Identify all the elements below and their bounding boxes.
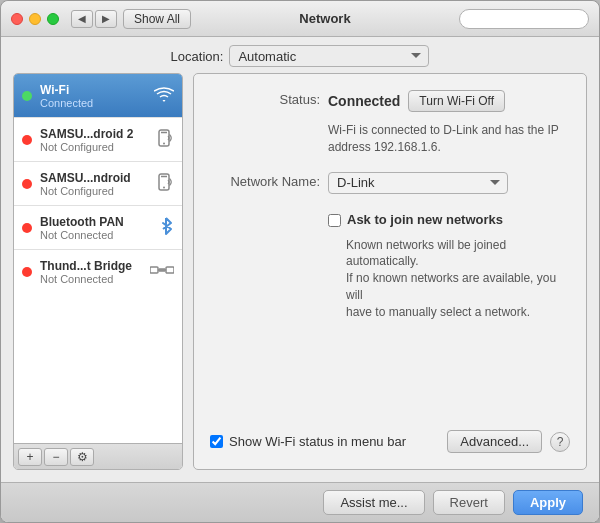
svg-rect-6 [150, 267, 158, 273]
status-dot-wifi [22, 91, 32, 101]
phone-icon-1 [154, 128, 174, 152]
status-row: Status: Connected Turn Wi-Fi Off [210, 90, 570, 112]
ask-join-row: Ask to join new networks [328, 212, 570, 227]
search-container: 🔍 [459, 9, 589, 29]
show-wifi-label: Show Wi-Fi status in menu bar [229, 434, 406, 449]
turn-wifi-button[interactable]: Turn Wi-Fi Off [408, 90, 505, 112]
sidebar-item-samsuandroid[interactable]: SAMSU...ndroid Not Configured [14, 162, 182, 206]
bridge-icon [150, 262, 174, 282]
status-dot-thunderbolt [22, 267, 32, 277]
network-name-row: Network Name: D-Link Other... [210, 172, 570, 194]
status-dot-bluetooth [22, 223, 32, 233]
location-label: Location: [171, 49, 224, 64]
nav-arrows: ◀ ▶ [71, 10, 117, 28]
samsuandroid-item-name: SAMSU...ndroid [40, 171, 146, 185]
close-button[interactable] [11, 13, 23, 25]
samsuandroid-item-status: Not Configured [40, 185, 146, 197]
sidebar: Wi-Fi Connected [13, 73, 183, 470]
bluetooth-icon [158, 216, 174, 240]
traffic-lights [11, 13, 59, 25]
main-content: Wi-Fi Connected [1, 73, 599, 482]
remove-network-button[interactable]: − [44, 448, 68, 466]
bottom-options: Show Wi-Fi status in menu bar Advanced..… [210, 426, 570, 453]
ask-join-label: Ask to join new networks [347, 212, 503, 227]
sidebar-item-thunderbolt[interactable]: Thund...t Bridge Not Connected [14, 250, 182, 294]
show-wifi-row: Show Wi-Fi status in menu bar [210, 434, 406, 449]
sidebar-toolbar: + − ⚙ [14, 443, 182, 469]
network-name-label: Network Name: [210, 172, 320, 189]
titlebar: ◀ ▶ Show All Network 🔍 [1, 1, 599, 37]
svg-point-1 [163, 142, 165, 144]
bluetooth-item-name: Bluetooth PAN [40, 215, 150, 229]
show-wifi-checkbox[interactable] [210, 435, 223, 448]
window: ◀ ▶ Show All Network 🔍 Location: Automat… [0, 0, 600, 523]
add-network-button[interactable]: + [18, 448, 42, 466]
phone-icon-2 [154, 172, 174, 196]
footer: Assist me... Revert Apply [1, 482, 599, 522]
show-all-button[interactable]: Show All [123, 9, 191, 29]
thunderbolt-item-name: Thund...t Bridge [40, 259, 142, 273]
settings-button[interactable]: ⚙ [70, 448, 94, 466]
maximize-button[interactable] [47, 13, 59, 25]
location-bar: Location: Automatic Home Work [1, 37, 599, 73]
status-dot-samsudroid2 [22, 135, 32, 145]
status-dot-samsuandroid [22, 179, 32, 189]
apply-button[interactable]: Apply [513, 490, 583, 515]
status-label: Status: [210, 90, 320, 107]
sidebar-item-bluetooth-pan[interactable]: Bluetooth PAN Not Connected [14, 206, 182, 250]
sidebar-item-samsudroid2[interactable]: SAMSU...droid 2 Not Configured [14, 118, 182, 162]
window-title: Network [191, 11, 459, 26]
samsudroid2-item-name: SAMSU...droid 2 [40, 127, 146, 141]
ask-join-description: Known networks will be joined automatica… [346, 237, 570, 321]
sidebar-item-wifi[interactable]: Wi-Fi Connected [14, 74, 182, 118]
location-select[interactable]: Automatic Home Work [229, 45, 429, 67]
assist-me-button[interactable]: Assist me... [323, 490, 424, 515]
ask-join-checkbox[interactable] [328, 214, 341, 227]
back-button[interactable]: ◀ [71, 10, 93, 28]
svg-point-4 [163, 186, 165, 188]
revert-button[interactable]: Revert [433, 490, 505, 515]
right-panel: Status: Connected Turn Wi-Fi Off Wi-Fi i… [193, 73, 587, 470]
forward-button[interactable]: ▶ [95, 10, 117, 28]
samsudroid2-item-status: Not Configured [40, 141, 146, 153]
sidebar-list: Wi-Fi Connected [14, 74, 182, 443]
bluetooth-item-status: Not Connected [40, 229, 150, 241]
help-button[interactable]: ? [550, 432, 570, 452]
wifi-item-name: Wi-Fi [40, 83, 146, 97]
wifi-icon [154, 86, 174, 106]
advanced-button[interactable]: Advanced... [447, 430, 542, 453]
status-value: Connected [328, 93, 400, 109]
search-input[interactable] [459, 9, 589, 29]
thunderbolt-item-status: Not Connected [40, 273, 142, 285]
minimize-button[interactable] [29, 13, 41, 25]
status-description: Wi-Fi is connected to D-Link and has the… [328, 122, 570, 156]
wifi-item-status: Connected [40, 97, 146, 109]
network-name-select[interactable]: D-Link Other... [328, 172, 508, 194]
svg-rect-7 [166, 267, 174, 273]
